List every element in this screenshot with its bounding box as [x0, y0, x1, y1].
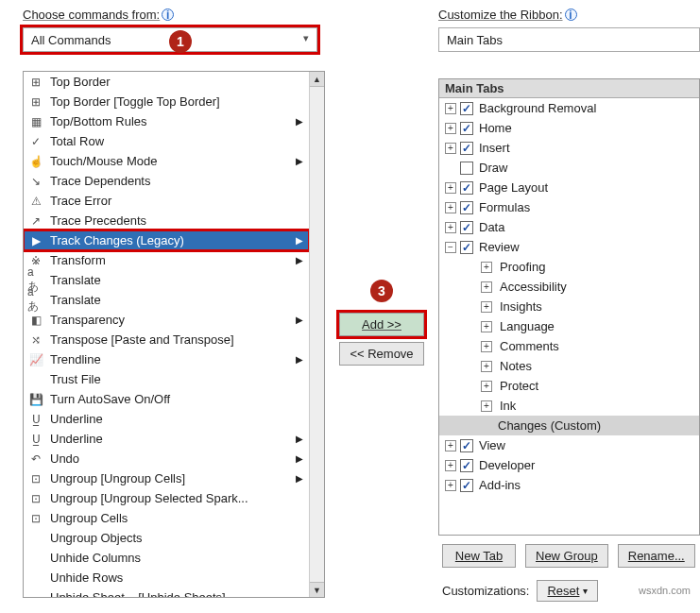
add-button[interactable]: Add >>	[339, 313, 424, 336]
command-item[interactable]: ↘Trace Dependents	[24, 171, 309, 191]
expand-toggle-icon[interactable]: +	[445, 182, 456, 194]
info-icon[interactable]: i	[162, 9, 174, 21]
checkbox[interactable]	[460, 459, 473, 472]
tree-group-row[interactable]: +Notes	[439, 356, 699, 376]
command-label: Trace Precedents	[50, 213, 309, 228]
new-group-button[interactable]: New Group	[525, 544, 608, 568]
expand-toggle-icon[interactable]: +	[481, 301, 492, 313]
reset-button[interactable]: Reset ▾	[537, 580, 598, 602]
tree-group-row[interactable]: +Insights	[439, 297, 699, 316]
command-icon: 📈	[27, 352, 44, 367]
checkbox[interactable]	[460, 102, 473, 115]
tree-group-row[interactable]: +Comments	[439, 336, 699, 356]
tree-tab-row[interactable]: Draw	[439, 158, 699, 178]
command-item[interactable]: ⊞Top Border	[24, 72, 309, 92]
command-item[interactable]: aあTranslate	[24, 270, 309, 290]
command-item[interactable]: Trust File	[24, 369, 309, 389]
expand-toggle-icon[interactable]: +	[481, 281, 492, 293]
command-item[interactable]: ⊡Ungroup Cells	[24, 508, 309, 528]
expand-toggle-icon[interactable]: +	[445, 202, 456, 213]
command-item[interactable]: Unhide Columns	[24, 548, 309, 568]
tree-group-row[interactable]: +Ink	[439, 396, 699, 416]
tree-group-row[interactable]: +Language	[439, 316, 699, 336]
checkbox[interactable]	[460, 122, 473, 135]
expand-toggle-icon[interactable]: +	[481, 400, 492, 412]
expand-toggle-icon[interactable]: +	[445, 460, 456, 471]
command-item[interactable]: ⚠Trace Error	[24, 191, 309, 211]
tree-tab-row[interactable]: +Data	[439, 217, 699, 237]
checkbox[interactable]	[460, 142, 473, 155]
tree-tab-row[interactable]: +Insert	[439, 138, 699, 158]
command-item[interactable]: Ungroup Objects	[24, 528, 309, 548]
command-item[interactable]: ※Transform▶	[24, 250, 309, 270]
scroll-down-icon[interactable]: ▼	[310, 582, 324, 597]
command-item[interactable]: 💾Turn AutoSave On/Off	[24, 389, 309, 409]
command-item[interactable]: ☝Touch/Mouse Mode▶	[24, 151, 309, 171]
command-item[interactable]: ✓Total Row	[24, 131, 309, 151]
checkbox[interactable]	[460, 201, 473, 214]
command-item[interactable]: ⊡Ungroup [Ungroup Cells]▶	[24, 468, 309, 488]
tree-tab-row[interactable]: +Home	[439, 118, 699, 138]
command-item[interactable]: ▦Top/Bottom Rules▶	[24, 111, 309, 131]
expand-toggle-icon[interactable]: +	[445, 480, 456, 491]
tree-tab-row[interactable]: +Background Removal	[439, 98, 699, 118]
command-label: Underline	[50, 432, 309, 446]
checkbox[interactable]	[460, 439, 473, 452]
tree-tab-row[interactable]: +Developer	[439, 455, 699, 475]
command-item[interactable]: aあTranslate	[24, 290, 309, 310]
submenu-arrow-icon: ▶	[296, 235, 303, 246]
command-item[interactable]: ⊞Top Border [Toggle Top Border]	[24, 92, 309, 111]
command-item[interactable]: Unhide Rows	[24, 568, 309, 587]
checkbox[interactable]	[460, 479, 473, 492]
expand-toggle-icon[interactable]: +	[481, 341, 492, 352]
checkbox[interactable]	[460, 162, 473, 175]
expand-toggle-icon[interactable]: +	[445, 440, 456, 451]
tree-tab-row[interactable]: −Review	[439, 237, 699, 257]
command-item[interactable]: ◧Transparency▶	[24, 310, 309, 330]
tree-group-row[interactable]: Changes (Custom)	[439, 416, 699, 435]
tree-group-row[interactable]: +Proofing	[439, 257, 699, 277]
command-item[interactable]: ⊡Ungroup [Ungroup Selected Spark...	[24, 488, 309, 508]
tree-tab-row[interactable]: +View	[439, 435, 699, 455]
commands-dropdown-value: All Commands	[31, 33, 111, 47]
expand-toggle-icon[interactable]: +	[445, 103, 456, 114]
command-label: Turn AutoSave On/Off	[50, 392, 309, 406]
checkbox[interactable]	[460, 221, 473, 234]
command-item[interactable]: ↗Trace Precedents	[24, 211, 309, 230]
scroll-up-icon[interactable]: ▲	[310, 72, 324, 87]
command-item[interactable]: 📈Trendline▶	[24, 349, 309, 369]
tree-tab-row[interactable]: +Page Layout	[439, 178, 699, 197]
checkbox[interactable]	[460, 181, 473, 195]
command-label: Total Row	[50, 134, 309, 148]
command-item[interactable]: U̲Underline	[24, 409, 309, 429]
command-label: Track Changes (Legacy)	[50, 233, 309, 247]
expand-toggle-icon[interactable]: +	[481, 262, 492, 273]
scrollbar[interactable]: ▲ ▼	[309, 72, 324, 597]
ribbon-dropdown-value: Main Tabs	[447, 33, 503, 47]
tree-group-row[interactable]: +Accessibility	[439, 277, 699, 297]
remove-button[interactable]: << Remove	[339, 342, 424, 366]
checkbox[interactable]	[460, 241, 473, 254]
tree-tab-row[interactable]: +Add-ins	[439, 475, 699, 495]
command-item[interactable]: U̲Underline▶	[24, 429, 309, 449]
command-item[interactable]: ⤭Transpose [Paste and Transpose]	[24, 330, 309, 349]
rename-button[interactable]: Rename...	[618, 544, 695, 568]
command-item[interactable]: Unhide Sheet... [Unhide Sheets]	[24, 587, 309, 598]
command-item[interactable]: ↶Undo▶	[24, 449, 309, 468]
ribbon-tree[interactable]: Main Tabs +Background Removal+Home+Inser…	[438, 78, 700, 536]
expand-toggle-icon[interactable]: +	[481, 381, 492, 392]
commands-listbox[interactable]: ⊞Top Border⊞Top Border [Toggle Top Borde…	[23, 71, 325, 598]
new-tab-button[interactable]: New Tab	[442, 544, 516, 568]
tree-tab-row[interactable]: +Formulas	[439, 197, 699, 217]
tree-group-label: Ink	[500, 399, 516, 413]
ribbon-dropdown[interactable]: Main Tabs	[438, 27, 700, 52]
tree-group-row[interactable]: +Protect	[439, 376, 699, 396]
expand-toggle-icon[interactable]: +	[445, 123, 456, 134]
expand-toggle-icon[interactable]: +	[481, 321, 492, 332]
expand-toggle-icon[interactable]: +	[445, 222, 456, 233]
expand-toggle-icon[interactable]: +	[481, 361, 492, 372]
expand-toggle-icon[interactable]: +	[445, 143, 456, 154]
info-icon[interactable]: i	[565, 9, 577, 21]
expand-toggle-icon[interactable]: −	[445, 242, 456, 253]
command-item[interactable]: ▶Track Changes (Legacy)▶	[24, 230, 309, 250]
